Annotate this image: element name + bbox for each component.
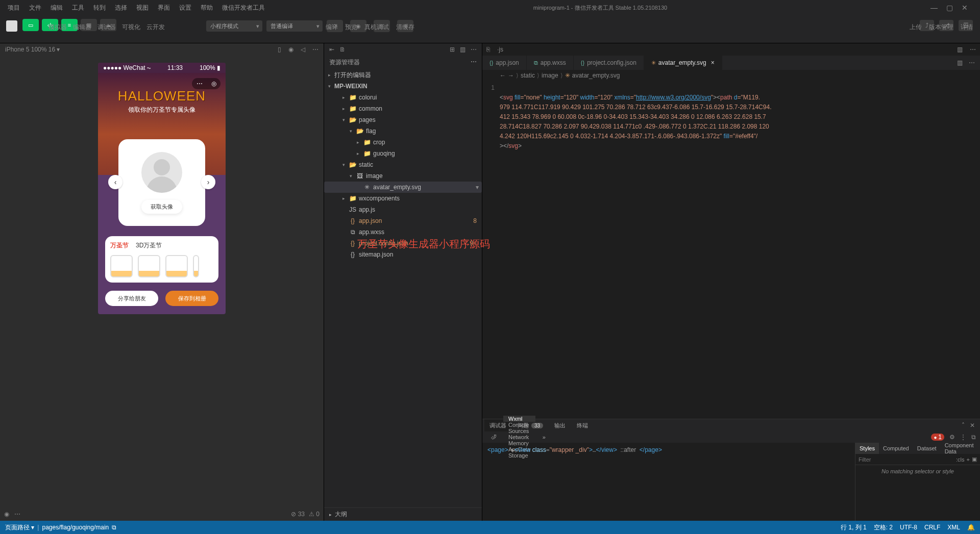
crumb-seg[interactable]: image: [542, 72, 558, 79]
status-item[interactable]: XML: [947, 524, 960, 531]
filter-input[interactable]: [859, 456, 954, 463]
debugger-tab[interactable]: 终端: [572, 419, 593, 431]
dbg-up-icon[interactable]: ˄: [962, 422, 965, 429]
frame-option[interactable]: [193, 255, 199, 277]
capsule-menu[interactable]: ⋯◎: [192, 78, 220, 89]
sim-more2-icon[interactable]: ⋯: [14, 511, 20, 518]
compile-select[interactable]: 普通编译: [266, 20, 323, 32]
status-item[interactable]: CRLF: [924, 524, 940, 531]
wxml-tree[interactable]: <page> ▸<view class="wrapper _div">…</vi…: [482, 443, 855, 521]
menu-item[interactable]: 帮助: [201, 4, 213, 12]
mode-select[interactable]: 小程序模式: [206, 20, 262, 32]
frame-tab-inactive[interactable]: 3D万圣节: [136, 241, 162, 250]
share-button[interactable]: 分享给朋友: [105, 291, 158, 306]
status-item[interactable]: 行 1, 列 1: [841, 523, 867, 532]
get-avatar-button[interactable]: 获取头像: [141, 200, 182, 214]
sim-error-count[interactable]: ⊘ 33: [291, 511, 305, 518]
menu-item[interactable]: 设置: [179, 4, 191, 12]
breadcrumb[interactable]: ← → ⟩static ⟩image ⟩✳avatar_empty.svg: [482, 70, 980, 81]
editor-tab[interactable]: ⧉app.wxss: [527, 56, 574, 70]
copy-icon[interactable]: ⧉: [112, 524, 116, 531]
explorer-more-icon[interactable]: ⋯: [471, 58, 477, 65]
devtool-tab[interactable]: Wxml: [503, 416, 535, 422]
ed-split-icon[interactable]: ▥: [957, 46, 963, 53]
tree-item[interactable]: ▸📁colorui: [324, 92, 482, 103]
editor-more-icon[interactable]: ⋯: [969, 59, 975, 66]
styles-tab[interactable]: Styles: [855, 443, 879, 454]
error-pill[interactable]: ● 1: [931, 434, 944, 441]
ed-js-icon[interactable]: ·js: [497, 46, 503, 53]
menu-item[interactable]: 编辑: [51, 4, 63, 12]
popout-icon[interactable]: ⧉: [971, 434, 976, 441]
open-editors-section[interactable]: ▸打开的编辑器: [324, 69, 482, 81]
toggle-panel-icon[interactable]: ▣: [972, 456, 977, 463]
frame-tab-active[interactable]: 万圣节: [110, 241, 129, 250]
status-item[interactable]: 空格: 2: [874, 523, 893, 532]
save-all-icon[interactable]: 🗎: [339, 46, 346, 53]
next-arrow-icon[interactable]: ›: [201, 175, 215, 189]
devtool-tab[interactable]: Network: [503, 434, 535, 440]
sim-more-icon[interactable]: ⋯: [312, 46, 318, 53]
status-item[interactable]: UTF-8: [900, 524, 917, 531]
devtool-tab[interactable]: Console: [503, 422, 535, 428]
project-root[interactable]: ▾MP-WEIXIN: [324, 81, 482, 92]
split-icon[interactable]: ▥: [460, 46, 465, 53]
page-path-value[interactable]: pages/flag/guoqing/main: [42, 524, 109, 531]
frame-option[interactable]: [138, 255, 160, 277]
styles-tab[interactable]: Computed: [879, 443, 913, 454]
tree-item[interactable]: {}app.json8: [324, 215, 482, 226]
tree-item[interactable]: ▾📂flag: [324, 125, 482, 137]
save-button[interactable]: 保存到相册: [165, 291, 218, 306]
menu-item[interactable]: 工具: [72, 4, 84, 12]
add-style-icon[interactable]: +: [967, 456, 970, 463]
gear-icon[interactable]: ⚙: [949, 434, 955, 441]
menu-item[interactable]: 转到: [93, 4, 106, 12]
menu-item[interactable]: 界面: [158, 4, 170, 12]
tree-item[interactable]: ✳avatar_empty.svg: [324, 182, 482, 193]
tree-item[interactable]: ▸📁wxcomponents: [324, 193, 482, 204]
inspect-icon[interactable]: ⮰: [485, 431, 501, 443]
collapse-icon[interactable]: ⇤: [329, 46, 334, 53]
cls-toggle[interactable]: :cls: [956, 456, 965, 463]
editor-tab[interactable]: {}project.config.json: [574, 56, 644, 70]
menu-item[interactable]: 微信开发者工具: [222, 4, 265, 12]
frame-option[interactable]: [110, 255, 133, 277]
tree-item[interactable]: ⧉app.wxss: [324, 226, 482, 238]
close-icon[interactable]: ✕: [957, 4, 972, 12]
simulator-toggle-icon[interactable]: ▭: [22, 19, 39, 31]
styles-tab[interactable]: Component Data: [941, 443, 978, 454]
tree-item[interactable]: ▸📁crop: [324, 137, 482, 148]
ed-more-icon[interactable]: ⋯: [970, 46, 976, 53]
sim-eye-icon[interactable]: ◉: [4, 511, 9, 518]
editor-tab[interactable]: ✳avatar_empty.svg×: [644, 56, 722, 70]
crumb-nav-fwd[interactable]: →: [508, 72, 514, 79]
menu-item[interactable]: 视图: [136, 4, 149, 12]
tree-item[interactable]: ▾📂pages: [324, 114, 482, 125]
outline-section[interactable]: ▸大纲: [324, 507, 482, 521]
more-tabs-icon[interactable]: »: [537, 431, 551, 443]
bell-icon[interactable]: 🔔: [967, 524, 975, 531]
devtool-tab[interactable]: Sources: [503, 428, 535, 434]
editor-tab[interactable]: {}app.json: [482, 56, 527, 70]
menu-item[interactable]: 文件: [29, 4, 41, 12]
kebab-icon[interactable]: ⋮: [960, 434, 966, 441]
maximize-icon[interactable]: ▢: [942, 4, 957, 12]
new-file-icon[interactable]: ⊞: [450, 46, 455, 53]
tree-item[interactable]: ▸📁guoqing: [324, 148, 482, 159]
frame-option[interactable]: [165, 255, 188, 277]
minimize-icon[interactable]: —: [926, 4, 942, 12]
crumb-nav-back[interactable]: ←: [500, 72, 506, 79]
dbg-close-icon[interactable]: ✕: [970, 422, 975, 429]
prev-arrow-icon[interactable]: ‹: [108, 175, 122, 189]
debugger-tab[interactable]: 输出: [549, 419, 571, 431]
tree-item[interactable]: ▾🖼image: [324, 170, 482, 182]
page-path-label[interactable]: 页面路径 ▾: [5, 523, 34, 532]
crumb-seg[interactable]: avatar_empty.svg: [572, 72, 620, 79]
menu-item[interactable]: 项目: [8, 4, 20, 12]
device-select[interactable]: iPhone 5 100% 16 ▾: [5, 46, 60, 53]
sim-record-icon[interactable]: ◉: [288, 46, 293, 53]
sim-back-icon[interactable]: ◁: [301, 46, 305, 53]
code-editor[interactable]: 1 <svg fill="none" height="120" width="1…: [482, 81, 980, 419]
crumb-seg[interactable]: static: [521, 72, 535, 79]
tree-item[interactable]: ▾📂static: [324, 159, 482, 170]
